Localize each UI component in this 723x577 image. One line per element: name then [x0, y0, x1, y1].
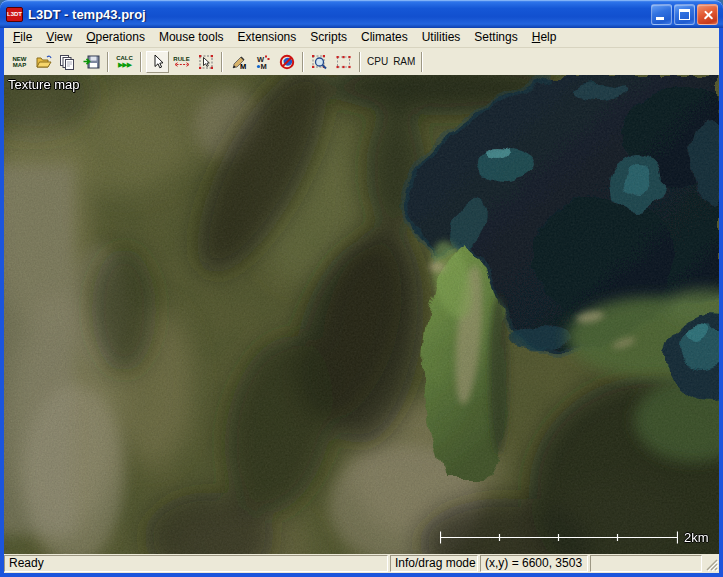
menu-item-settings[interactable]: Settings — [467, 28, 524, 47]
wm-tool-button[interactable]: W M — [251, 51, 274, 73]
status-mouse-mode: Info/drag mode — [390, 555, 478, 572]
scale-bar-label: 2km — [684, 530, 709, 545]
no-overlay-icon — [279, 54, 295, 70]
cursor-tool-button[interactable] — [146, 51, 169, 73]
ram-label: RAM — [393, 52, 415, 72]
toolbar-separator — [221, 52, 223, 72]
svg-text:M: M — [240, 62, 246, 70]
zoom-region-button[interactable] — [308, 51, 331, 73]
copy-map-button[interactable] — [56, 51, 79, 73]
crop-region-button[interactable] — [332, 51, 355, 73]
new-map-button[interactable]: NEW MAP — [8, 51, 31, 73]
scale-bar-line — [440, 530, 678, 545]
cursor-arrow-icon — [150, 54, 166, 70]
status-bar: Ready Info/drag mode (x,y) = 6600, 3503 — [4, 554, 719, 573]
app-icon: L3DT — [6, 7, 23, 22]
toolbar-separator — [107, 52, 109, 72]
save-project-button[interactable] — [80, 51, 103, 73]
toolbar-separator — [302, 52, 304, 72]
edit-pen-tool-button[interactable]: M — [227, 51, 250, 73]
app-icon-label: L3DT — [7, 11, 22, 17]
toolbar-separator — [140, 52, 142, 72]
wm-icon: W M — [255, 54, 271, 70]
select-arrow-icon — [198, 54, 214, 70]
cpu-label: CPU — [367, 52, 388, 72]
crop-region-icon — [335, 54, 352, 70]
svg-text:M: M — [260, 61, 266, 70]
map-viewport[interactable]: Texture map 2km — [4, 75, 719, 554]
save-floppy-icon — [83, 54, 100, 70]
menu-item-operations[interactable]: Operations — [79, 28, 152, 47]
menu-item-climates[interactable]: Climates — [354, 28, 415, 47]
minimize-icon — [656, 17, 664, 20]
window-controls — [651, 4, 718, 25]
calc-wizard-button[interactable]: CALC ▶▶▶ — [113, 51, 136, 73]
minimize-button[interactable] — [651, 4, 672, 25]
toolbar: NEW MAP — [4, 48, 719, 75]
menu-item-mouse-tools[interactable]: Mouse tools — [152, 28, 231, 47]
pencil-icon: M — [231, 54, 247, 70]
menu-item-view[interactable]: View — [39, 28, 79, 47]
menu-item-utilities[interactable]: Utilities — [415, 28, 468, 47]
open-project-button[interactable] — [32, 51, 55, 73]
menu-item-extensions[interactable]: Extensions — [231, 28, 304, 47]
toolbar-separator — [421, 52, 423, 72]
menubar: FileViewOperationsMouse toolsExtensionsS… — [4, 28, 719, 48]
menu-item-file[interactable]: File — [6, 28, 39, 47]
titlebar[interactable]: L3DT L3DT - temp43.proj — [0, 0, 723, 28]
select-region-tool-button[interactable] — [194, 51, 217, 73]
close-button[interactable] — [697, 4, 718, 25]
zoom-region-icon — [311, 54, 328, 70]
terrain-texture-map — [4, 75, 719, 554]
maximize-icon — [679, 9, 690, 20]
scale-bar: 2km — [440, 530, 709, 545]
menu-item-scripts[interactable]: Scripts — [303, 28, 354, 47]
open-folder-icon — [35, 54, 53, 70]
ram-monitor-button[interactable]: RAM — [391, 51, 417, 73]
toolbar-separator — [359, 52, 361, 72]
app-window: L3DT L3DT - temp43.proj FileViewOperatio… — [0, 0, 723, 577]
status-message: Ready — [4, 555, 388, 572]
ruler-tool-button[interactable]: RULE — [170, 51, 193, 73]
window-title: L3DT - temp43.proj — [28, 7, 651, 22]
resize-grip-icon — [706, 559, 719, 572]
no-overlay-tool-button[interactable] — [275, 51, 298, 73]
map-overlay-label: Texture map — [8, 77, 80, 92]
menu-item-help[interactable]: Help — [525, 28, 564, 47]
cpu-monitor-button[interactable]: CPU — [365, 51, 390, 73]
status-coordinates: (x,y) = 6600, 3503 — [480, 555, 588, 572]
copy-pages-icon — [59, 54, 76, 70]
status-extra-panel — [590, 555, 702, 572]
maximize-button[interactable] — [674, 4, 695, 25]
resize-grip[interactable] — [704, 555, 719, 572]
